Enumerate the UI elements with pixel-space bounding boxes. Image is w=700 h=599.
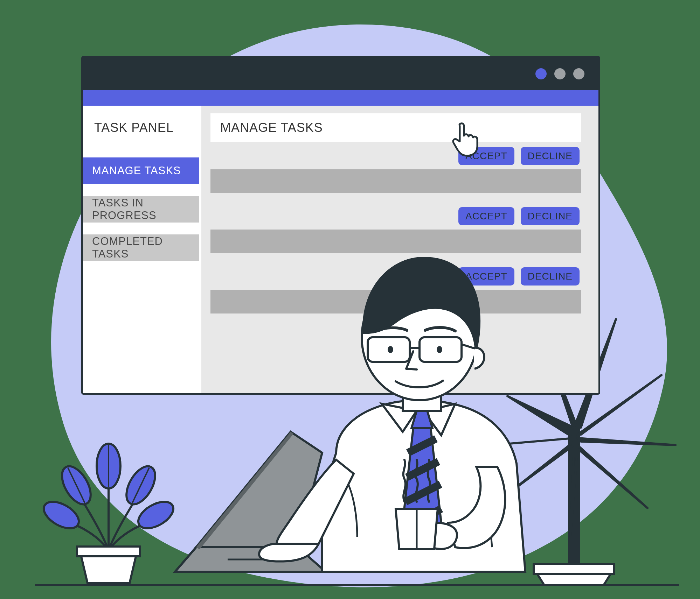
- task-bar: [210, 169, 581, 193]
- svg-point-21: [437, 346, 442, 353]
- svg-point-20: [388, 346, 393, 353]
- window-control-dot[interactable]: [554, 68, 566, 79]
- task-row: ACCEPT DECLINE: [210, 147, 581, 193]
- main-title: MANAGE TASKS: [210, 113, 581, 142]
- pointer-cursor-icon: [450, 122, 484, 157]
- sidebar-item-manage-tasks[interactable]: MANAGE TASKS: [83, 157, 199, 184]
- sidebar-item-label: MANAGE TASKS: [92, 164, 181, 177]
- potted-plant-illustration: [42, 424, 175, 585]
- window-accent-bar: [83, 90, 598, 106]
- window-control-dot[interactable]: [573, 68, 584, 79]
- window-titlebar: [83, 58, 598, 90]
- decline-button[interactable]: DECLINE: [521, 147, 580, 165]
- window-control-dot[interactable]: [535, 68, 547, 79]
- svg-rect-10: [77, 547, 140, 556]
- person-illustration: [172, 208, 557, 586]
- task-actions: ACCEPT DECLINE: [210, 147, 581, 165]
- sidebar-title: TASK PANEL: [83, 113, 201, 146]
